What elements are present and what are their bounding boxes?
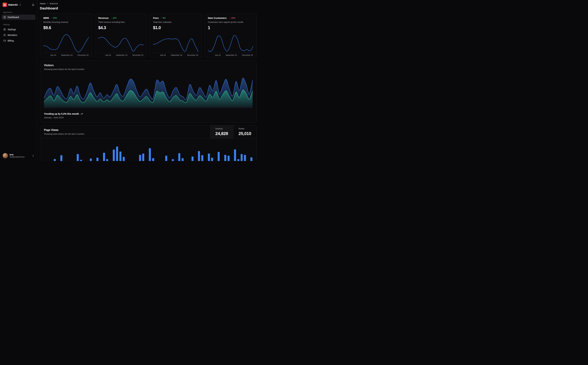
page-views-subtitle: Showing total visitors for the last 3 mo… <box>44 133 206 135</box>
brand-name: Makerkit <box>8 3 18 6</box>
page-views-bar <box>192 156 194 161</box>
stat-value: 1 <box>208 25 253 30</box>
sidebar-item-billing[interactable]: Billing <box>2 38 35 43</box>
toggle-value: 24,828 <box>215 131 228 136</box>
page-views-bar <box>152 158 154 161</box>
page-views-bar <box>208 154 210 161</box>
gear-icon <box>3 28 6 31</box>
page-views-bar <box>123 157 125 161</box>
stat-card-fees: Fees ↑9% Total fees collected $1.0 July … <box>150 13 202 58</box>
stat-subtitle: Monthly recurring revenue <box>43 21 89 23</box>
badge-text: 12% <box>113 17 117 19</box>
page-views-bar <box>172 159 174 161</box>
new-customers-sparkline-chart <box>208 33 253 53</box>
breadcrumb-current: Makerkit <box>50 2 58 5</box>
page-views-toggles: Desktop 24,828 Mobile 25,010 <box>210 125 256 139</box>
trend-up-icon: ↑ <box>111 17 112 19</box>
trend-up-icon: ↑ <box>51 17 52 19</box>
section-label-settings: Settings <box>2 22 35 27</box>
page-views-bar-chart <box>44 139 253 161</box>
page-views-bar <box>142 154 144 161</box>
trend-badge: ↑20% <box>51 17 57 19</box>
toggle-mobile[interactable]: Mobile 25,010 <box>233 125 256 139</box>
section-label-application: Application <box>2 10 35 14</box>
dashboard-grid-icon <box>3 16 6 19</box>
stat-card-revenue: Revenue ↑12% Total revenue including fee… <box>95 13 147 58</box>
page-views-bar <box>116 147 118 161</box>
page-views-bar <box>106 159 108 161</box>
trending-up-icon <box>80 113 83 115</box>
bell-icon[interactable] <box>32 4 35 6</box>
user-name: test <box>10 154 25 156</box>
visitors-area-chart <box>44 75 253 108</box>
stat-title: New Customers <box>208 17 227 19</box>
avatar <box>3 153 8 158</box>
users-icon <box>3 34 6 36</box>
page-views-bar <box>211 158 213 161</box>
visitors-title: Visitors <box>44 64 253 67</box>
page-views-bar <box>218 152 220 161</box>
trend-down-icon: ↓ <box>229 17 230 19</box>
page-views-bar <box>119 152 121 161</box>
page-views-bar <box>165 156 167 161</box>
sidebar-item-dashboard[interactable]: Dashboard <box>2 14 35 20</box>
user-menu[interactable]: test test@makerkit.dev <box>2 152 35 159</box>
page-views-bar <box>80 160 82 161</box>
visitors-trend-text: Trending up by 5.2% this month <box>44 112 79 115</box>
page-views-bar <box>241 154 243 161</box>
toggle-desktop[interactable]: Desktop 24,828 <box>210 125 233 139</box>
stat-card-mrr: MRR ↑20% Monthly recurring revenue $9.6 … <box>40 13 92 58</box>
spark-axis-labels: July 24September 24December 24 <box>98 53 144 56</box>
mrr-sparkline-chart <box>43 33 89 53</box>
visitors-date-range: January - June 2024 <box>44 116 253 119</box>
breadcrumb: Home Makerkit <box>40 2 257 5</box>
chevrons-up-down-icon <box>32 154 35 157</box>
credit-card-icon <box>3 39 6 42</box>
trend-up-icon: ↑ <box>161 17 162 19</box>
main-content: Home Makerkit Dashboard MRR ↑20% Monthly… <box>37 0 259 161</box>
page-views-bar <box>60 155 62 161</box>
page-views-bar <box>54 159 56 161</box>
page-title: Dashboard <box>40 6 257 10</box>
page-views-bar <box>77 154 79 161</box>
page-views-bar <box>113 150 115 161</box>
page-views-bar <box>244 155 246 161</box>
trend-badge: ↑9% <box>161 17 166 19</box>
toggle-label: Desktop <box>215 127 228 130</box>
sidebar-item-label: Members <box>8 34 17 36</box>
stat-cards-row: MRR ↑20% Monthly recurring revenue $9.6 … <box>40 13 257 58</box>
spark-axis-labels: July 24September 24December 24 <box>208 53 253 56</box>
page-views-bar <box>234 149 236 161</box>
page-views-bar <box>97 158 98 161</box>
spark-axis-labels: July 24September 24December 24 <box>153 53 198 56</box>
breadcrumb-home[interactable]: Home <box>40 2 46 5</box>
badge-text: 9% <box>163 17 166 19</box>
page-views-bar <box>224 155 226 161</box>
chevron-right-icon <box>47 2 49 5</box>
toggle-label: Mobile <box>239 127 252 130</box>
page-views-bar <box>201 155 203 161</box>
stat-title: MRR <box>43 17 49 19</box>
page-views-bar <box>178 153 180 161</box>
sidebar-item-label: Dashboard <box>8 16 19 19</box>
page-views-bar <box>149 148 151 161</box>
team-switcher[interactable]: m Makerkit <box>2 2 35 8</box>
trend-badge: ↑12% <box>111 17 117 19</box>
page-views-bar <box>250 157 252 161</box>
sidebar-item-members[interactable]: Members <box>2 32 35 38</box>
app-logo: m <box>3 3 7 7</box>
app-logo-letter: m <box>4 3 6 6</box>
sidebar-item-label: Billing <box>8 39 14 42</box>
spark-axis-labels: July 24September 24December 24 <box>43 53 89 56</box>
stat-title: Fees <box>153 17 159 19</box>
stat-subtitle: Total revenue including fees <box>98 21 144 23</box>
sidebar-item-settings[interactable]: Settings <box>2 27 35 32</box>
stat-subtitle: Customers who signed up this month <box>208 21 253 23</box>
page-views-bar <box>182 158 184 161</box>
page-views-bar <box>90 159 92 161</box>
page-views-bar <box>103 153 105 161</box>
chevrons-up-down-icon <box>19 4 21 6</box>
badge-text: -25% <box>231 17 235 19</box>
page-views-bar <box>198 151 200 161</box>
stat-value: $1.0 <box>153 25 198 30</box>
